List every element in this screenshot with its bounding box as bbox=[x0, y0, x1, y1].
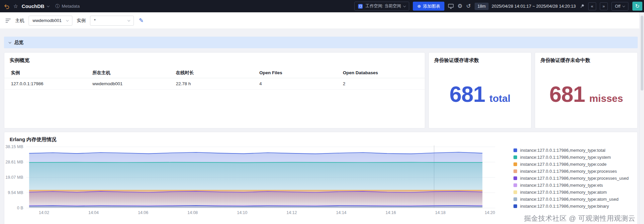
chart-title: Erlang 内存使用情况 bbox=[4, 136, 637, 143]
legend-label: instance:127.0.0.1:17986,memory_type:ets bbox=[520, 183, 603, 188]
undo-icon[interactable] bbox=[4, 4, 10, 9]
collapse-chevron-icon bbox=[9, 41, 11, 43]
svg-text:14:02: 14:02 bbox=[39, 210, 49, 215]
chevron-down-icon bbox=[128, 19, 130, 21]
stat-block: 681 total bbox=[449, 82, 510, 107]
legend-item[interactable]: instance:127.0.0.1:17986,memory_type:ato… bbox=[513, 189, 629, 196]
svg-text:38.15 MB: 38.15 MB bbox=[5, 144, 23, 149]
refresh-button[interactable]: ↻ bbox=[632, 2, 642, 11]
add-chart-label: 添加图表 bbox=[423, 3, 440, 9]
topbar: ☆ CouchDB ⓘ Metadata 工作空间: 当前空间 ⊕ 添加图表 ⚙… bbox=[0, 0, 644, 12]
svg-text:14:04: 14:04 bbox=[88, 210, 99, 215]
host-label: 主机 bbox=[15, 18, 24, 24]
host-select[interactable]: wwdemodb001 bbox=[29, 16, 72, 26]
stat-unit: total bbox=[489, 93, 510, 104]
legend-label: instance:127.0.0.1:17986,memory_type:sys… bbox=[520, 155, 611, 160]
legend-label: instance:127.0.0.1:17986,memory_type:pro… bbox=[520, 169, 617, 174]
edit-filters-button[interactable]: ✎ bbox=[139, 17, 143, 24]
stat-block: 681 misses bbox=[549, 82, 623, 107]
auth-cache-requests-card: 身份验证缓存请求数 681 total bbox=[428, 52, 531, 128]
chevron-down-icon bbox=[66, 19, 69, 21]
chart-legend: instance:127.0.0.1:17986,memory_type:tot… bbox=[513, 147, 629, 210]
workspace-label: 工作空间: 当前空间 bbox=[365, 3, 401, 9]
legend-item[interactable]: instance:127.0.0.1:17986,memory_type:pro… bbox=[513, 175, 629, 182]
metadata-button[interactable]: ⓘ Metadata bbox=[55, 3, 80, 9]
legend-label: instance:127.0.0.1:17986,memory_type:tot… bbox=[520, 148, 605, 153]
auto-refresh-label: Off bbox=[615, 4, 620, 9]
instance-select[interactable]: * bbox=[90, 16, 134, 26]
scrollbar-thumb[interactable] bbox=[641, 16, 643, 91]
legend-item[interactable]: instance:127.0.0.1:17986,memory_type:sys… bbox=[513, 154, 629, 161]
stat-value: 681 bbox=[449, 82, 485, 107]
svg-text:14:12: 14:12 bbox=[287, 210, 297, 215]
pin-icon[interactable] bbox=[580, 4, 585, 9]
history-icon[interactable]: ↺ bbox=[466, 3, 471, 10]
svg-text:14:20: 14:20 bbox=[485, 210, 495, 215]
svg-text:14:08: 14:08 bbox=[187, 210, 198, 215]
dashboard-title: CouchDB bbox=[22, 3, 44, 9]
duration-badge[interactable]: 18m bbox=[475, 3, 489, 10]
host-select-value: wwdemodb001 bbox=[33, 18, 61, 23]
legend-swatch bbox=[513, 162, 517, 166]
add-chart-button[interactable]: ⊕ 添加图表 bbox=[413, 2, 444, 11]
legend-swatch bbox=[513, 183, 517, 187]
legend-label: instance:127.0.0.1:17986,memory_type:bin… bbox=[520, 204, 609, 209]
filter-icon[interactable] bbox=[5, 18, 11, 23]
legend-item[interactable]: instance:127.0.0.1:17986,memory_type:pro… bbox=[513, 168, 629, 175]
chevron-down-icon bbox=[622, 4, 625, 7]
legend-item[interactable]: instance:127.0.0.1:17986,memory_type:cod… bbox=[513, 161, 629, 168]
memory-usage-chart[interactable]: 0 B9.54 MB19.07 MB28.61 MB38.15 MB14:021… bbox=[4, 143, 503, 217]
table-cell-host: wwdemodb001 bbox=[92, 81, 176, 86]
svg-text:14:10: 14:10 bbox=[237, 210, 247, 215]
svg-text:14:18: 14:18 bbox=[435, 210, 445, 215]
section-title: 总览 bbox=[14, 40, 24, 46]
legend-item[interactable]: instance:127.0.0.1:17986,memory_type:ets bbox=[513, 182, 629, 189]
stat-value: 681 bbox=[549, 82, 585, 107]
favorite-star-icon[interactable]: ☆ bbox=[13, 3, 18, 9]
card-title: 身份验证缓存未命中数 bbox=[535, 57, 637, 64]
legend-swatch bbox=[513, 197, 517, 201]
column-header: Open Databases bbox=[343, 70, 418, 75]
column-header: 实例 bbox=[11, 70, 92, 76]
legend-item[interactable]: instance:127.0.0.1:17986,memory_type:bin… bbox=[513, 203, 629, 210]
table-row[interactable]: 127.0.0.1:17986 wwdemodb001 22.78 h 4 2 bbox=[4, 78, 425, 90]
legend-label: instance:127.0.0.1:17986,memory_type:ato… bbox=[520, 197, 618, 202]
legend-item[interactable]: instance:127.0.0.1:17986,memory_type:ato… bbox=[513, 196, 629, 203]
instance-select-value: * bbox=[94, 18, 96, 23]
instance-overview-card: 实例概览 实例 所在主机 在线时长 Open Files Open Databa… bbox=[4, 52, 425, 128]
legend-swatch bbox=[513, 204, 517, 208]
workspace-selector[interactable]: 工作空间: 当前空间 bbox=[354, 2, 409, 11]
vertical-scrollbar bbox=[639, 12, 644, 224]
chevron-down-icon bbox=[403, 4, 406, 7]
legend-label: instance:127.0.0.1:17986,memory_type:pro… bbox=[520, 176, 629, 181]
time-shift-forward-button[interactable]: » bbox=[600, 2, 608, 10]
instance-label: 实例 bbox=[77, 18, 86, 24]
settings-gear-icon[interactable]: ⚙ bbox=[457, 3, 462, 10]
svg-text:19.07 MB: 19.07 MB bbox=[5, 175, 23, 180]
time-shift-back-button[interactable]: « bbox=[588, 2, 596, 10]
filter-bar: 主机 wwdemodb001 实例 * ✎ bbox=[0, 12, 644, 29]
legend-swatch bbox=[513, 148, 517, 152]
legend-swatch bbox=[513, 169, 517, 173]
watermark: 掘金技术社区 @ 可观测性用观测云 bbox=[524, 214, 636, 223]
table-cell-open-files: 4 bbox=[259, 81, 343, 86]
legend-item[interactable]: instance:127.0.0.1:17986,memory_type:tot… bbox=[513, 147, 629, 154]
table-cell-open-databases: 2 bbox=[343, 81, 418, 86]
column-header: Open Files bbox=[259, 70, 343, 75]
dashboard-title-dropdown[interactable]: CouchDB bbox=[22, 3, 49, 9]
svg-text:0 B: 0 B bbox=[17, 206, 23, 210]
metadata-label: Metadata bbox=[62, 4, 80, 9]
plus-circle-icon: ⊕ bbox=[417, 4, 421, 9]
auth-cache-misses-card: 身份验证缓存未命中数 681 misses bbox=[535, 52, 638, 128]
svg-text:14:06: 14:06 bbox=[138, 210, 148, 215]
legend-swatch bbox=[513, 190, 517, 194]
legend-label: instance:127.0.0.1:17986,memory_type:cod… bbox=[520, 162, 606, 167]
section-header-overview[interactable]: 总览 bbox=[4, 37, 638, 48]
legend-label: instance:127.0.0.1:17986,memory_type:ato… bbox=[520, 190, 607, 195]
auto-refresh-select[interactable]: Off bbox=[611, 2, 628, 11]
card-title: 实例概览 bbox=[4, 57, 425, 64]
workspace-icon bbox=[358, 4, 363, 9]
legend-swatch bbox=[513, 155, 517, 159]
present-monitor-icon[interactable] bbox=[448, 4, 454, 9]
time-range-picker[interactable]: 2025/04/28 14:01:17 ~ 2025/04/28 14:20:1… bbox=[492, 4, 576, 9]
